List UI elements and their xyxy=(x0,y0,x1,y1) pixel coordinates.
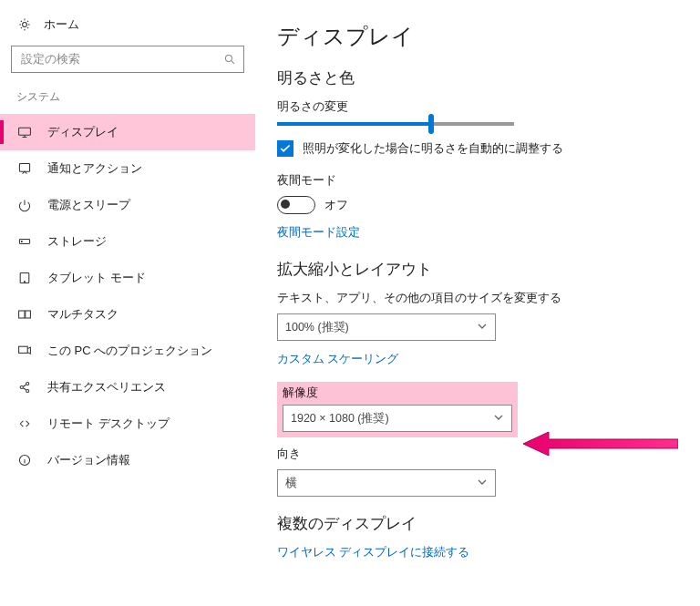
toggle-knob xyxy=(281,200,290,209)
svg-rect-8 xyxy=(19,311,25,318)
svg-rect-9 xyxy=(26,311,31,318)
night-mode-settings-link[interactable]: 夜間モード設定 xyxy=(277,225,360,241)
sidebar-item-label: 通知とアクション xyxy=(47,160,142,177)
info-icon xyxy=(16,452,33,468)
svg-point-13 xyxy=(26,389,29,392)
auto-brightness-label: 照明が変化した場合に明るさを自動的に調整する xyxy=(303,141,563,157)
storage-icon xyxy=(16,233,33,250)
multi-display-section-title: 複数のディスプレイ xyxy=(277,513,673,534)
home-link[interactable]: ホーム xyxy=(0,16,255,46)
sidebar-item-display[interactable]: ディスプレイ xyxy=(0,114,255,150)
sidebar-item-storage[interactable]: ストレージ xyxy=(0,223,255,260)
search-input[interactable] xyxy=(19,52,221,67)
sidebar-item-multitask[interactable]: マルチタスク xyxy=(0,296,255,333)
wireless-display-link[interactable]: ワイヤレス ディスプレイに接続する xyxy=(277,545,469,560)
resolution-value: 1920 × 1080 (推奨) xyxy=(291,411,389,426)
sidebar-section-label: システム xyxy=(0,89,255,114)
home-label: ホーム xyxy=(44,16,79,33)
scale-section-title: 拡大縮小とレイアウト xyxy=(277,259,673,280)
svg-point-0 xyxy=(23,23,27,27)
svg-point-11 xyxy=(20,385,23,388)
orientation-label: 向き xyxy=(277,447,673,462)
main-panel: ディスプレイ 明るさと色 明るさの変更 照明が変化した場合に明るさを自動的に調整… xyxy=(255,0,700,606)
svg-rect-2 xyxy=(19,128,31,135)
sidebar-item-label: ストレージ xyxy=(47,233,107,250)
sidebar-item-shared-experience[interactable]: 共有エクスペリエンス xyxy=(0,369,255,406)
sidebar-item-power[interactable]: 電源とスリープ xyxy=(0,187,255,223)
multitask-icon xyxy=(16,306,33,323)
night-mode-state: オフ xyxy=(324,197,348,213)
gear-icon xyxy=(16,16,33,33)
brightness-slider[interactable] xyxy=(277,122,514,126)
sidebar-item-notifications[interactable]: 通知とアクション xyxy=(0,150,255,187)
resolution-label: 解像度 xyxy=(283,385,512,401)
sidebar-item-label: リモート デスクトップ xyxy=(47,416,170,432)
notification-icon xyxy=(16,160,33,177)
brightness-slider-fill xyxy=(277,122,431,126)
svg-rect-3 xyxy=(19,163,29,171)
orientation-select[interactable]: 横 xyxy=(277,469,496,497)
search-input-wrap[interactable] xyxy=(11,46,244,73)
svg-point-5 xyxy=(21,241,22,241)
svg-point-7 xyxy=(25,282,26,282)
page-title: ディスプレイ xyxy=(277,22,673,51)
sidebar: ホーム システム ディスプレイ 通知とアクション xyxy=(0,0,255,606)
night-mode-toggle[interactable] xyxy=(277,196,315,214)
sidebar-item-label: 共有エクスペリエンス xyxy=(47,379,166,395)
scale-label: テキスト、アプリ、その他の項目のサイズを変更する xyxy=(277,291,673,306)
sidebar-item-label: この PC へのプロジェクション xyxy=(47,343,212,359)
sidebar-item-projection[interactable]: この PC へのプロジェクション xyxy=(0,333,255,369)
chevron-down-icon xyxy=(477,477,488,490)
nav-list: ディスプレイ 通知とアクション 電源とスリープ ストレージ xyxy=(0,114,255,478)
orientation-value: 横 xyxy=(285,476,297,491)
search-icon xyxy=(221,51,238,67)
tablet-icon xyxy=(16,270,33,286)
sidebar-item-label: 電源とスリープ xyxy=(47,197,130,213)
sidebar-item-tablet[interactable]: タブレット モード xyxy=(0,260,255,296)
svg-point-1 xyxy=(225,55,232,61)
chevron-down-icon xyxy=(493,412,504,426)
custom-scaling-link[interactable]: カスタム スケーリング xyxy=(277,352,398,367)
chevron-down-icon xyxy=(477,321,488,334)
monitor-icon xyxy=(16,124,33,140)
sidebar-item-label: ディスプレイ xyxy=(47,124,118,140)
remote-icon xyxy=(16,416,33,432)
svg-point-12 xyxy=(26,382,29,385)
power-icon xyxy=(16,197,33,213)
svg-rect-10 xyxy=(19,346,28,353)
resolution-highlight: 解像度 1920 × 1080 (推奨) xyxy=(277,382,518,437)
checkbox-checked-icon[interactable] xyxy=(277,140,293,157)
sidebar-item-label: マルチタスク xyxy=(47,306,118,323)
night-mode-label: 夜間モード xyxy=(277,173,673,189)
sidebar-item-label: タブレット モード xyxy=(47,270,146,286)
sidebar-item-remote-desktop[interactable]: リモート デスクトップ xyxy=(0,406,255,442)
brightness-section-title: 明るさと色 xyxy=(277,67,673,88)
brightness-change-label: 明るさの変更 xyxy=(277,99,673,115)
resolution-select[interactable]: 1920 × 1080 (推奨) xyxy=(283,405,512,432)
projection-icon xyxy=(16,343,33,359)
share-icon xyxy=(16,379,33,395)
scale-select[interactable]: 100% (推奨) xyxy=(277,313,496,341)
auto-brightness-row[interactable]: 照明が変化した場合に明るさを自動的に調整する xyxy=(277,140,673,157)
brightness-slider-thumb[interactable] xyxy=(428,114,434,134)
sidebar-item-label: バージョン情報 xyxy=(47,452,130,468)
sidebar-item-about[interactable]: バージョン情報 xyxy=(0,442,255,478)
scale-value: 100% (推奨) xyxy=(285,320,349,335)
